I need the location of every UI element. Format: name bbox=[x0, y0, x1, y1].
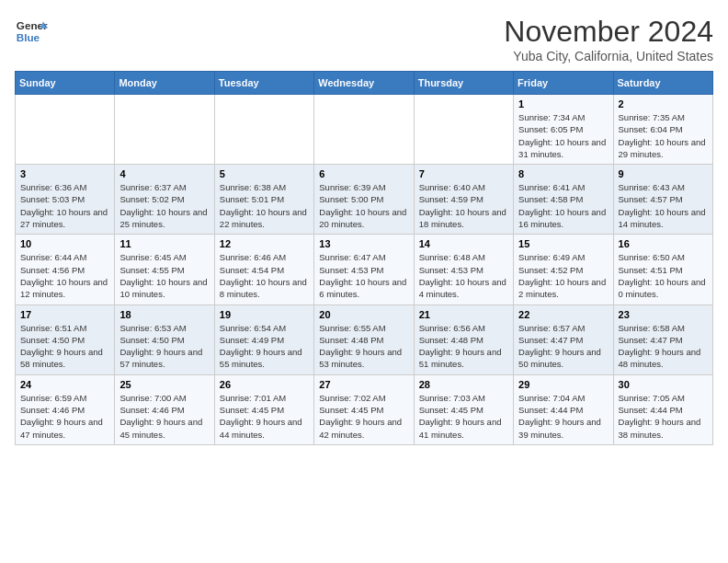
day-number: 1 bbox=[518, 98, 608, 109]
day-info: Sunrise: 6:55 AMSunset: 4:48 PMDaylight:… bbox=[319, 322, 408, 371]
day-number: 3 bbox=[20, 168, 109, 179]
day-number: 8 bbox=[518, 168, 608, 179]
day-info: Sunrise: 6:41 AMSunset: 4:58 PMDaylight:… bbox=[518, 181, 608, 230]
day-number: 28 bbox=[419, 379, 508, 390]
location-subtitle: Yuba City, California, United States bbox=[504, 49, 713, 63]
calendar-cell: 10Sunrise: 6:44 AMSunset: 4:56 PMDayligh… bbox=[16, 235, 115, 304]
header-wednesday: Wednesday bbox=[314, 72, 414, 95]
calendar-cell: 20Sunrise: 6:55 AMSunset: 4:48 PMDayligh… bbox=[314, 304, 414, 374]
day-info: Sunrise: 7:05 AMSunset: 4:44 PMDaylight:… bbox=[619, 392, 708, 441]
day-number: 9 bbox=[619, 168, 708, 179]
calendar-cell: 2Sunrise: 7:35 AMSunset: 6:04 PMDaylight… bbox=[613, 95, 712, 165]
day-info: Sunrise: 6:46 AMSunset: 4:54 PMDaylight:… bbox=[220, 251, 309, 300]
day-number: 11 bbox=[119, 238, 209, 249]
day-number: 23 bbox=[619, 309, 708, 320]
day-number: 2 bbox=[619, 98, 708, 109]
logo: General Blue bbox=[15, 15, 48, 48]
header-tuesday: Tuesday bbox=[214, 72, 313, 95]
day-number: 5 bbox=[220, 168, 309, 179]
calendar-cell: 4Sunrise: 6:37 AMSunset: 5:02 PMDaylight… bbox=[115, 165, 214, 235]
day-number: 22 bbox=[518, 309, 608, 320]
logo-icon: General Blue bbox=[15, 15, 48, 48]
calendar-cell: 25Sunrise: 7:00 AMSunset: 4:46 PMDayligh… bbox=[115, 374, 214, 444]
calendar-cell: 1Sunrise: 7:34 AMSunset: 6:05 PMDaylight… bbox=[514, 95, 613, 165]
day-info: Sunrise: 6:43 AMSunset: 4:57 PMDaylight:… bbox=[619, 181, 708, 230]
day-info: Sunrise: 6:50 AMSunset: 4:51 PMDaylight:… bbox=[619, 251, 708, 300]
calendar-cell: 12Sunrise: 6:46 AMSunset: 4:54 PMDayligh… bbox=[214, 235, 313, 304]
calendar-header-row: SundayMondayTuesdayWednesdayThursdayFrid… bbox=[16, 72, 713, 95]
day-info: Sunrise: 6:51 AMSunset: 4:50 PMDaylight:… bbox=[20, 322, 109, 371]
calendar-cell: 30Sunrise: 7:05 AMSunset: 4:44 PMDayligh… bbox=[613, 374, 712, 444]
header-monday: Monday bbox=[115, 72, 214, 95]
calendar-cell: 26Sunrise: 7:01 AMSunset: 4:45 PMDayligh… bbox=[214, 374, 313, 444]
day-number: 16 bbox=[619, 238, 708, 249]
day-number: 26 bbox=[220, 379, 309, 390]
calendar-cell: 23Sunrise: 6:58 AMSunset: 4:47 PMDayligh… bbox=[613, 304, 712, 374]
day-info: Sunrise: 6:48 AMSunset: 4:53 PMDaylight:… bbox=[419, 251, 508, 300]
day-info: Sunrise: 7:35 AMSunset: 6:04 PMDaylight:… bbox=[619, 111, 708, 160]
calendar-cell: 27Sunrise: 7:02 AMSunset: 4:45 PMDayligh… bbox=[314, 374, 414, 444]
title-area: November 2024 Yuba City, California, Uni… bbox=[504, 15, 713, 63]
day-number: 13 bbox=[319, 238, 408, 249]
calendar-cell: 28Sunrise: 7:03 AMSunset: 4:45 PMDayligh… bbox=[414, 374, 513, 444]
calendar-table: SundayMondayTuesdayWednesdayThursdayFrid… bbox=[15, 71, 713, 445]
day-info: Sunrise: 7:34 AMSunset: 6:05 PMDaylight:… bbox=[518, 111, 608, 160]
calendar-cell: 8Sunrise: 6:41 AMSunset: 4:58 PMDaylight… bbox=[514, 165, 613, 235]
calendar-cell bbox=[115, 95, 214, 165]
calendar-cell: 13Sunrise: 6:47 AMSunset: 4:53 PMDayligh… bbox=[314, 235, 414, 304]
day-number: 6 bbox=[319, 168, 408, 179]
calendar-cell bbox=[314, 95, 414, 165]
day-info: Sunrise: 6:45 AMSunset: 4:55 PMDaylight:… bbox=[119, 251, 209, 300]
calendar-cell: 29Sunrise: 7:04 AMSunset: 4:44 PMDayligh… bbox=[514, 374, 613, 444]
day-info: Sunrise: 6:39 AMSunset: 5:00 PMDaylight:… bbox=[319, 181, 408, 230]
calendar-week-2: 3Sunrise: 6:36 AMSunset: 5:03 PMDaylight… bbox=[16, 165, 713, 235]
day-info: Sunrise: 6:38 AMSunset: 5:01 PMDaylight:… bbox=[220, 181, 309, 230]
day-number: 21 bbox=[419, 309, 508, 320]
calendar-week-4: 17Sunrise: 6:51 AMSunset: 4:50 PMDayligh… bbox=[16, 304, 713, 374]
day-info: Sunrise: 6:54 AMSunset: 4:49 PMDaylight:… bbox=[220, 322, 309, 371]
day-number: 7 bbox=[419, 168, 508, 179]
calendar-week-1: 1Sunrise: 7:34 AMSunset: 6:05 PMDaylight… bbox=[16, 95, 713, 165]
calendar-cell: 14Sunrise: 6:48 AMSunset: 4:53 PMDayligh… bbox=[414, 235, 513, 304]
day-info: Sunrise: 6:53 AMSunset: 4:50 PMDaylight:… bbox=[119, 322, 209, 371]
day-info: Sunrise: 6:36 AMSunset: 5:03 PMDaylight:… bbox=[20, 181, 109, 230]
day-info: Sunrise: 7:04 AMSunset: 4:44 PMDaylight:… bbox=[518, 392, 608, 441]
day-number: 24 bbox=[20, 379, 109, 390]
day-number: 14 bbox=[419, 238, 508, 249]
calendar-cell: 16Sunrise: 6:50 AMSunset: 4:51 PMDayligh… bbox=[613, 235, 712, 304]
day-number: 27 bbox=[319, 379, 408, 390]
calendar-cell: 17Sunrise: 6:51 AMSunset: 4:50 PMDayligh… bbox=[16, 304, 115, 374]
header-thursday: Thursday bbox=[414, 72, 513, 95]
day-number: 10 bbox=[20, 238, 109, 249]
day-info: Sunrise: 6:37 AMSunset: 5:02 PMDaylight:… bbox=[119, 181, 209, 230]
calendar-cell bbox=[414, 95, 513, 165]
day-number: 19 bbox=[220, 309, 309, 320]
calendar-cell bbox=[214, 95, 313, 165]
calendar-cell: 9Sunrise: 6:43 AMSunset: 4:57 PMDaylight… bbox=[613, 165, 712, 235]
day-info: Sunrise: 6:57 AMSunset: 4:47 PMDaylight:… bbox=[518, 322, 608, 371]
day-number: 17 bbox=[20, 309, 109, 320]
day-number: 12 bbox=[220, 238, 309, 249]
calendar-cell: 15Sunrise: 6:49 AMSunset: 4:52 PMDayligh… bbox=[514, 235, 613, 304]
day-number: 4 bbox=[119, 168, 209, 179]
day-info: Sunrise: 6:44 AMSunset: 4:56 PMDaylight:… bbox=[20, 251, 109, 300]
calendar-cell: 21Sunrise: 6:56 AMSunset: 4:48 PMDayligh… bbox=[414, 304, 513, 374]
day-info: Sunrise: 7:03 AMSunset: 4:45 PMDaylight:… bbox=[419, 392, 508, 441]
day-number: 25 bbox=[119, 379, 209, 390]
day-info: Sunrise: 6:56 AMSunset: 4:48 PMDaylight:… bbox=[419, 322, 508, 371]
calendar-week-3: 10Sunrise: 6:44 AMSunset: 4:56 PMDayligh… bbox=[16, 235, 713, 304]
day-info: Sunrise: 7:00 AMSunset: 4:46 PMDaylight:… bbox=[119, 392, 209, 441]
calendar-cell: 5Sunrise: 6:38 AMSunset: 5:01 PMDaylight… bbox=[214, 165, 313, 235]
calendar-cell bbox=[16, 95, 115, 165]
calendar-cell: 24Sunrise: 6:59 AMSunset: 4:46 PMDayligh… bbox=[16, 374, 115, 444]
calendar-cell: 11Sunrise: 6:45 AMSunset: 4:55 PMDayligh… bbox=[115, 235, 214, 304]
day-info: Sunrise: 7:02 AMSunset: 4:45 PMDaylight:… bbox=[319, 392, 408, 441]
calendar-week-5: 24Sunrise: 6:59 AMSunset: 4:46 PMDayligh… bbox=[16, 374, 713, 444]
day-info: Sunrise: 6:47 AMSunset: 4:53 PMDaylight:… bbox=[319, 251, 408, 300]
day-info: Sunrise: 6:49 AMSunset: 4:52 PMDaylight:… bbox=[518, 251, 608, 300]
header-sunday: Sunday bbox=[16, 72, 115, 95]
page-header: General Blue November 2024 Yuba City, Ca… bbox=[15, 15, 713, 63]
calendar-cell: 19Sunrise: 6:54 AMSunset: 4:49 PMDayligh… bbox=[214, 304, 313, 374]
day-info: Sunrise: 6:40 AMSunset: 4:59 PMDaylight:… bbox=[419, 181, 508, 230]
day-info: Sunrise: 6:58 AMSunset: 4:47 PMDaylight:… bbox=[619, 322, 708, 371]
